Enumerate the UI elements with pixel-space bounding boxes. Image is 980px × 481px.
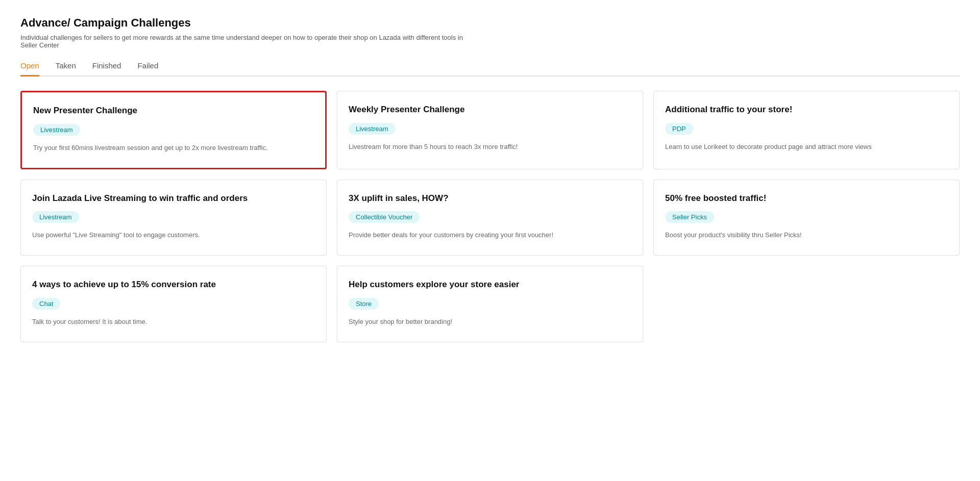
card-title-weekly-presenter: Weekly Presenter Challenge <box>349 104 631 116</box>
card-tag-free-boosted-traffic: Seller Picks <box>665 211 714 223</box>
card-explore-store[interactable]: Help customers explore your store easier… <box>337 266 643 342</box>
card-weekly-presenter[interactable]: Weekly Presenter ChallengeLivestreamLive… <box>337 91 643 169</box>
card-title-join-lazada-live: Join Lazada Live Streaming to win traffi… <box>32 192 315 205</box>
card-tag-new-presenter: Livestream <box>33 124 80 136</box>
card-desc-new-presenter: Try your first 60mins livestream session… <box>33 143 314 154</box>
page-subtitle: Individual challenges for sellers to get… <box>20 34 480 49</box>
tab-open[interactable]: Open <box>20 61 39 77</box>
card-tag-explore-store: Store <box>349 298 379 310</box>
card-desc-weekly-presenter: Livestream for more than 5 hours to reac… <box>349 142 631 153</box>
card-desc-additional-traffic: Learn to use Lorikeet to decorate produc… <box>665 142 948 153</box>
challenges-grid: New Presenter ChallengeLivestreamTry you… <box>20 91 960 342</box>
card-desc-conversion-rate: Talk to your customers! It is about time… <box>32 317 315 327</box>
card-title-free-boosted-traffic: 50% free boosted traffic! <box>665 192 948 205</box>
card-tag-additional-traffic: PDP <box>665 123 693 135</box>
card-tag-conversion-rate: Chat <box>32 298 60 310</box>
card-tag-uplift-sales: Collectible Voucher <box>349 211 420 223</box>
card-desc-explore-store: Style your shop for better branding! <box>349 317 631 327</box>
tab-finished[interactable]: Finished <box>92 61 121 77</box>
card-desc-uplift-sales: Provide better deals for your customers … <box>349 230 631 241</box>
page-title: Advance/ Campaign Challenges <box>20 16 960 30</box>
tab-bar: OpenTakenFinishedFailed <box>20 61 960 77</box>
card-desc-join-lazada-live: Use powerful "Live Streaming" tool to en… <box>32 230 315 241</box>
card-uplift-sales[interactable]: 3X uplift in sales, HOW?Collectible Vouc… <box>337 180 643 256</box>
card-conversion-rate[interactable]: 4 ways to achieve up to 15% conversion r… <box>20 266 327 342</box>
card-title-additional-traffic: Additional traffic to your store! <box>665 104 948 116</box>
card-additional-traffic[interactable]: Additional traffic to your store!PDPLear… <box>653 91 960 169</box>
card-free-boosted-traffic[interactable]: 50% free boosted traffic!Seller PicksBoo… <box>653 180 960 256</box>
card-desc-free-boosted-traffic: Boost your product's visibility thru Sel… <box>665 230 948 241</box>
card-title-conversion-rate: 4 ways to achieve up to 15% conversion r… <box>32 279 315 291</box>
tab-taken[interactable]: Taken <box>56 61 76 77</box>
card-join-lazada-live[interactable]: Join Lazada Live Streaming to win traffi… <box>20 180 327 256</box>
card-tag-weekly-presenter: Livestream <box>349 123 396 135</box>
card-title-uplift-sales: 3X uplift in sales, HOW? <box>349 192 631 205</box>
card-title-explore-store: Help customers explore your store easier <box>349 279 631 291</box>
card-tag-join-lazada-live: Livestream <box>32 211 79 223</box>
card-title-new-presenter: New Presenter Challenge <box>33 105 314 117</box>
tab-failed[interactable]: Failed <box>137 61 158 77</box>
card-new-presenter[interactable]: New Presenter ChallengeLivestreamTry you… <box>20 91 327 169</box>
